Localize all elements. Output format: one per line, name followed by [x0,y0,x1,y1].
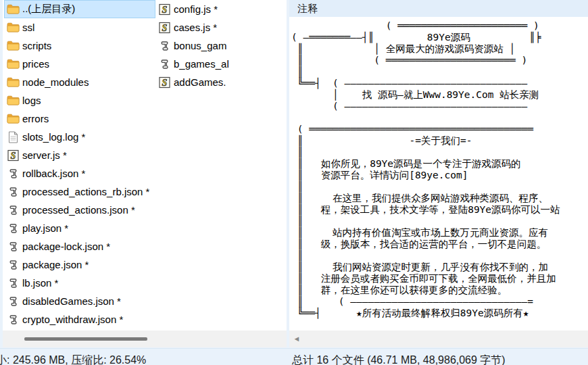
file-row[interactable]: prices [4,55,155,73]
file-name: package.json * [22,259,89,270]
json-icon [6,167,20,180]
svg-text:S: S [162,77,167,87]
svg-text:S: S [10,150,16,160]
file-name: errors [22,113,49,124]
folder-icon [6,112,20,125]
json-icon [157,39,171,52]
file-row[interactable]: SaddGames. [155,73,287,91]
file-name: crypto_withdraw.json * [22,314,123,325]
file-row[interactable]: ssl [4,18,155,36]
file-row[interactable]: node_modules [4,73,155,91]
folder-icon [6,39,20,52]
json-icon [6,258,20,271]
file-row[interactable]: ..(上层目录) [4,0,155,18]
json-icon [157,57,171,70]
file-row[interactable]: b_games_al [155,55,287,73]
svg-text:S: S [162,22,167,32]
file-name: slots_log.log * [22,131,85,143]
file-name: prices [22,58,49,70]
js-icon: S [157,21,171,34]
file-row[interactable]: Sconfig.js * [155,0,287,18]
js-icon: S [157,76,171,89]
file-row[interactable]: processed_actions_rb.json * [4,182,155,201]
folder-icon [6,3,20,16]
file-row[interactable]: Sserver.js * [4,146,155,164]
file-name: rollback.json * [22,168,85,179]
file-name: server.js * [22,149,67,161]
file-row[interactable]: crypto_withdraw.json * [4,310,155,328]
file-row[interactable]: logs [4,91,155,110]
folder-icon [6,94,20,107]
status-bar: 小: 245.96 MB, 压缩比: 26.54% 总计 16 个文件 (46.… [0,348,588,365]
folder-icon [6,76,20,89]
folder-icon [6,57,20,70]
file-name: ssl [22,22,34,33]
file-list-hscrollbar[interactable] [3,331,287,347]
json-icon [6,240,20,253]
status-size-compression: 小: 245.96 MB, 压缩比: 26.54% [0,354,146,365]
file-row[interactable]: Scases.js * [155,18,287,36]
archive-comment-text: ( ══════════════════════ ) ( —═══════——┤… [289,20,588,331]
file-name: config.js * [174,3,218,15]
json-icon [6,203,20,216]
file-row[interactable]: package-lock.json * [4,237,155,256]
comment-panel-title: 注释 [289,0,588,18]
svg-text:S: S [162,4,167,14]
file-name: b_games_al [174,58,229,70]
file-row[interactable]: disabledGames.json * [4,292,155,310]
file-row[interactable]: lb.json * [4,274,155,292]
json-icon [6,313,20,326]
status-total-files: 总计 16 个文件 (46.71 MB, 48,986,069 字节) [292,354,506,365]
file-row[interactable]: rollback.json * [4,164,155,182]
file-list-pane: ..(上层目录)sslscriptspricesnode_moduleslogs… [3,0,287,347]
file-row[interactable]: errors [4,110,155,128]
file-name: play.json * [22,222,68,234]
file-name: ..(上层目录) [22,3,75,16]
json-icon [6,276,20,289]
js-icon: S [157,3,171,16]
file-column-1: ..(上层目录)sslscriptspricesnode_moduleslogs… [4,0,155,330]
scroll-left-arrow-icon[interactable]: ◄ [291,331,303,347]
log-icon [6,130,20,143]
file-name: processed_actions.json * [22,204,135,216]
file-name: lb.json * [22,277,58,289]
file-name: addGames. [174,76,226,88]
comment-hscrollbar[interactable]: ◄ [289,331,588,347]
file-name: bonus_gam [174,40,226,51]
folder-icon [6,21,20,34]
json-icon [6,185,20,198]
file-name: processed_actions_rb.json * [22,186,149,197]
file-row[interactable]: bonus_gam [155,36,287,55]
file-name: cases.js * [174,22,217,33]
comment-pane: 注释 ( ══════════════════════ ) ( —═══════… [289,0,588,347]
file-name: logs [22,95,41,106]
file-name: node_modules [22,76,89,88]
file-row[interactable]: play.json * [4,219,155,237]
file-row[interactable]: slots_log.log * [4,128,155,146]
file-column-2: Sconfig.js *Scases.js *bonus_gamb_games_… [155,0,287,330]
file-name: disabledGames.json * [22,295,121,307]
js-icon: S [6,149,20,162]
json-icon [6,295,20,308]
archive-window: ..(上层目录)sslscriptspricesnode_moduleslogs… [0,0,588,365]
hscrollbar-thumb[interactable] [24,337,147,341]
file-row[interactable]: processed_actions.json * [4,201,155,219]
file-name: scripts [22,40,51,51]
file-row[interactable]: package.json * [4,256,155,274]
file-row[interactable]: scripts [4,36,155,55]
json-icon [6,222,20,235]
file-name: package-lock.json * [22,241,110,252]
